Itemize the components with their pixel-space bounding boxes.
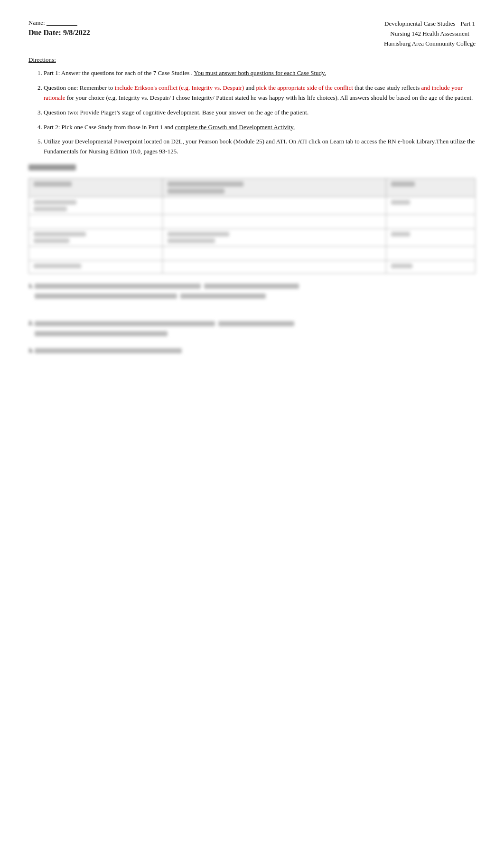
header-left: Name: Due Date: 9/8/2022 — [28, 19, 122, 48]
table-header-row — [29, 178, 476, 197]
due-date-field: Due Date: 9/8/2022 — [28, 28, 122, 37]
instruction-2-red1: include Erikson's conflict (e.g. Integri… — [114, 84, 244, 91]
name-label: Name: — [28, 19, 45, 26]
instruction-2: Question one: Remember to include Erikso… — [44, 83, 476, 103]
instruction-1-before: Part 1: Answer the questions for each of… — [44, 69, 194, 76]
table-row-5 — [29, 260, 476, 273]
blurred-q3: 3. — [28, 346, 476, 356]
instruction-1: Part 1: Answer the questions for each of… — [44, 68, 476, 78]
title-line2: Nursing 142 Health Assessment — [384, 29, 476, 39]
row2-col2 — [163, 214, 386, 228]
col2-header — [163, 178, 386, 197]
case-studies-table-blurred — [28, 178, 476, 274]
instruction-2-mid1: and — [244, 84, 256, 91]
instruction-5-text: Utilize your Developmental Powerpoint lo… — [44, 138, 475, 155]
table-row-1 — [29, 197, 476, 214]
table-row-4 — [29, 246, 476, 260]
instruction-3-text: Question two: Provide Piaget’s stage of … — [44, 109, 308, 116]
name-field: Name: — [28, 19, 122, 27]
row5-col1 — [29, 260, 163, 273]
instruction-2-end: for your choice (e.g. Integrity vs. Desp… — [65, 94, 473, 101]
blurred-q1: 1. — [28, 281, 476, 311]
case-studies-blurred-label — [28, 164, 85, 171]
table-header — [29, 178, 476, 197]
row1-col2 — [163, 197, 386, 214]
row1-col1 — [29, 197, 163, 214]
row5-col2 — [163, 260, 386, 273]
questions-blurred-section: 1. 2. 3. — [28, 281, 476, 356]
row2-col3 — [386, 214, 475, 228]
table-row-2 — [29, 214, 476, 228]
title-line1: Developmental Case Studies - Part 1 — [384, 19, 476, 29]
row4-col2 — [163, 246, 386, 260]
row4-col3 — [386, 246, 475, 260]
instruction-3: Question two: Provide Piaget’s stage of … — [44, 108, 476, 118]
name-value — [47, 19, 122, 27]
page-header: Name: Due Date: 9/8/2022 Developmental C… — [28, 19, 476, 48]
row3-col1 — [29, 228, 163, 246]
instruction-5: Utilize your Developmental Powerpoint lo… — [44, 137, 476, 157]
row3-col2 — [163, 228, 386, 246]
instruction-4-before: Part 2: Pick one Case Study from those i… — [44, 123, 175, 131]
due-date-label: Due Date: — [28, 28, 61, 37]
table-body — [29, 197, 476, 273]
table-row-3 — [29, 228, 476, 246]
directions-label: Directions: — [28, 56, 476, 64]
col1-header — [29, 178, 163, 197]
row4-col1 — [29, 246, 163, 260]
row5-col3 — [386, 260, 475, 273]
instruction-2-mid2: that the case study reflects — [353, 84, 421, 91]
instruction-2-prefix: Question one: Remember to — [44, 84, 114, 91]
header-right: Developmental Case Studies - Part 1 Nurs… — [384, 19, 476, 48]
instruction-1-highlight: You must answer both questions for each … — [194, 69, 326, 76]
due-date-value: 9/8/2022 — [63, 28, 90, 37]
case-table — [28, 178, 476, 274]
instruction-2-red2: pick the appropriate side of the conflic… — [256, 84, 353, 91]
title-line3: Harrisburg Area Community College — [384, 39, 476, 49]
row2-col1 — [29, 214, 163, 228]
instruction-4-highlight: complete the Growth and Development Acti… — [175, 123, 295, 131]
col3-header — [386, 178, 475, 197]
row3-col3 — [386, 228, 475, 246]
instructions-list: Part 1: Answer the questions for each of… — [28, 68, 476, 157]
instruction-4: Part 2: Pick one Case Study from those i… — [44, 123, 476, 133]
blurred-q2: 2. — [28, 318, 476, 338]
row1-col3 — [386, 197, 475, 214]
